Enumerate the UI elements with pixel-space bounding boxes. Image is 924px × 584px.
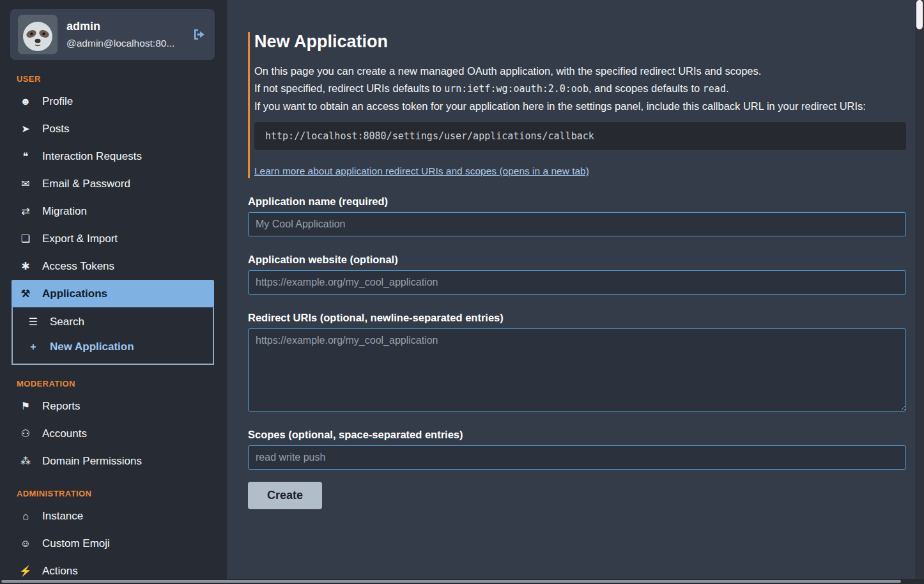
page-title: New Application <box>254 32 906 52</box>
callback-url-code-block: http://localhost:8080/settings/user/appl… <box>254 122 906 150</box>
sidebar: admin @admin@localhost:80... USER ☻ Prof… <box>0 0 227 584</box>
sidebar-item-profile[interactable]: ☻ Profile <box>12 88 214 115</box>
plus-icon: + <box>26 340 40 353</box>
flag-icon: ⚑ <box>19 399 33 413</box>
share-nodes-icon: ⁂ <box>19 454 33 468</box>
scopes-input[interactable] <box>248 445 906 470</box>
sidebar-item-label: Migration <box>42 204 87 218</box>
application-name-label: Application name (required) <box>248 196 906 208</box>
sidebar-item-export-import[interactable]: ❏ Export & Import <box>12 225 214 252</box>
intro-line-3: If you want to obtain an access token fo… <box>254 98 906 114</box>
application-name-input[interactable] <box>248 212 906 236</box>
sidebar-item-posts[interactable]: ➤ Posts <box>12 115 214 142</box>
settings-app: admin @admin@localhost:80... USER ☻ Prof… <box>0 0 924 584</box>
sidebar-item-email-password[interactable]: ✉ Email & Password <box>12 170 214 197</box>
sidebar-item-new-application[interactable]: + New Application <box>13 334 213 359</box>
paper-plane-icon: ➤ <box>19 122 33 135</box>
intro-line-1: On this page you can create a new manage… <box>254 63 906 79</box>
sidebar-item-applications[interactable]: ⚒ Applications <box>12 280 214 307</box>
sidebar-item-label: Email & Password <box>42 177 130 190</box>
vertical-scrollbar-thumb[interactable] <box>916 0 923 29</box>
sidebar-item-label: Posts <box>42 122 70 135</box>
vertical-scrollbar[interactable] <box>915 0 924 584</box>
user-handle: @admin@localhost:80... <box>66 38 181 49</box>
redirect-uris-label: Redirect URIs (optional, newline-separat… <box>248 312 906 324</box>
envelope-icon: ✉ <box>19 177 33 190</box>
sidebar-item-label: Search <box>50 315 84 328</box>
new-application-form: Application name (required) Application … <box>248 196 906 509</box>
redirect-uris-textarea[interactable] <box>248 328 906 411</box>
user-icon: ☻ <box>19 95 33 108</box>
sidebar-item-label: Domain Permissions <box>42 454 142 468</box>
sidebar-item-search[interactable]: ☰ Search <box>13 309 213 334</box>
exchange-arrows-icon: ⇄ <box>19 204 33 218</box>
sidebar-item-reports[interactable]: ⚑ Reports <box>12 392 214 420</box>
list-icon: ☰ <box>26 315 40 328</box>
smiley-icon: ☺ <box>19 537 33 550</box>
sitemap-icon: ⌂ <box>19 509 33 523</box>
section-label-user: USER <box>17 74 227 84</box>
application-website-label: Application website (optional) <box>248 254 906 266</box>
sidebar-item-access-tokens[interactable]: ✱ Access Tokens <box>12 252 214 280</box>
sidebar-item-custom-emoji[interactable]: ☺ Custom Emoji <box>12 530 214 557</box>
sidebar-item-label: Applications <box>42 287 107 300</box>
sidebar-item-label: Interaction Requests <box>42 150 142 163</box>
sidebar-item-label: Access Tokens <box>42 259 114 273</box>
sidebar-item-label: Reports <box>42 399 81 413</box>
sidebar-item-migration[interactable]: ⇄ Migration <box>12 197 214 225</box>
section-label-moderation: MODERATION <box>17 379 227 388</box>
sidebar-item-label: Export & Import <box>42 232 118 245</box>
applications-submenu: ☰ Search + New Application <box>12 307 214 365</box>
user-info: admin @admin@localhost:80... <box>66 20 181 49</box>
create-button[interactable]: Create <box>248 482 322 509</box>
intro-line-2: If not specified, redirect URIs defaults… <box>254 81 906 96</box>
tools-icon: ⚒ <box>19 287 33 300</box>
users-icon: ⚇ <box>19 427 33 440</box>
inline-code-read: read <box>703 83 726 95</box>
horizontal-scrollbar-thumb[interactable] <box>1 580 901 583</box>
section-label-administration: ADMINISTRATION <box>17 489 227 498</box>
horizontal-scrollbar[interactable] <box>0 579 924 584</box>
sidebar-item-accounts[interactable]: ⚇ Accounts <box>12 420 214 447</box>
sloth-avatar-image <box>18 15 58 54</box>
sidebar-item-interaction-requests[interactable]: ❝ Interaction Requests <box>12 142 214 170</box>
inline-code-oob: urn:ietf:wg:oauth:2.0:oob <box>444 83 589 95</box>
sidebar-item-label: Custom Emoji <box>42 537 110 550</box>
user-name: admin <box>66 20 181 33</box>
sidebar-item-label: Accounts <box>42 427 87 440</box>
comment-icon: ❝ <box>19 150 33 163</box>
application-website-input[interactable] <box>248 270 906 295</box>
learn-more-link[interactable]: Learn more about application redirect UR… <box>254 165 589 177</box>
file-icon: ❏ <box>19 232 33 245</box>
certificate-icon: ✱ <box>19 259 33 273</box>
sidebar-item-label: New Application <box>50 340 134 353</box>
sidebar-item-label: Actions <box>42 564 78 578</box>
page-intro: New Application On this page you can cre… <box>248 32 906 178</box>
bolt-icon: ⚡ <box>19 564 33 578</box>
scopes-label: Scopes (optional, space-separated entrie… <box>248 429 906 441</box>
sidebar-item-label: Instance <box>42 509 83 523</box>
sidebar-item-instance[interactable]: ⌂ Instance <box>12 502 214 530</box>
sidebar-item-domain-permissions[interactable]: ⁂ Domain Permissions <box>12 447 214 475</box>
main-panel: New Application On this page you can cre… <box>227 0 924 584</box>
logout-icon[interactable] <box>190 27 207 42</box>
user-card[interactable]: admin @admin@localhost:80... <box>10 9 215 60</box>
avatar <box>18 15 58 54</box>
sidebar-item-label: Profile <box>42 95 73 108</box>
